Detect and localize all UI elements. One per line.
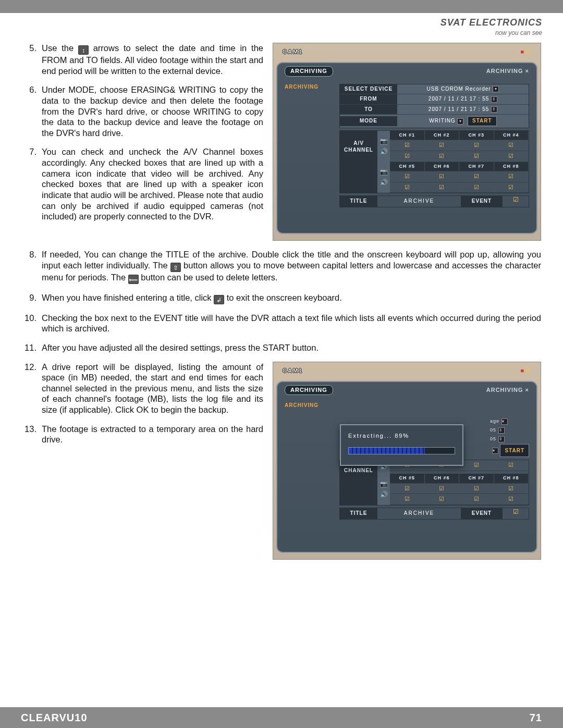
spinner-icon[interactable]: ⇕: [491, 106, 497, 113]
title-row: TITLE ARCHIVE EVENT ☑: [339, 195, 529, 207]
backspace-icon: ⟸: [128, 275, 139, 284]
checkbox[interactable]: ☑: [390, 494, 425, 504]
list-item: 7. You can check and uncheck the A/V Cha…: [22, 146, 263, 221]
checkbox[interactable]: ☑: [459, 460, 494, 471]
camera-icon: 📷: [377, 479, 390, 489]
list-item: 10. Checking the box next to the EVENT t…: [22, 313, 541, 334]
list-item: 6. Under MODE, choose ERASING& WRITING t…: [22, 84, 263, 138]
dropdown-icon[interactable]: ▾: [493, 86, 499, 92]
checkbox[interactable]: ☑: [494, 460, 529, 471]
list-item: 12. A drive report will be displayed, li…: [22, 362, 263, 415]
checkbox[interactable]: ☑: [459, 484, 494, 494]
checkbox[interactable]: ☑: [425, 151, 460, 162]
side-tab-archiving[interactable]: ARCHIVING: [285, 402, 319, 409]
checkbox[interactable]: ☑: [390, 182, 425, 193]
settings-grid: SELECT DEVICEUSB CDROM Recorder ▾ FROM20…: [339, 84, 529, 128]
panel-right-label: ARCHIVING: [486, 68, 529, 75]
instruction-list: 5. Use the ↕ arrows to select the date a…: [22, 43, 263, 222]
partial-labels: age▾ 05⇕ 05⇕ ▾ START: [490, 417, 529, 456]
checkbox[interactable]: ☑: [425, 182, 460, 193]
list-item: 13. The footage is extracted to a tempor…: [22, 424, 263, 445]
checkbox[interactable]: ☑: [425, 484, 460, 494]
checkbox[interactable]: ☑: [459, 140, 494, 151]
checkbox[interactable]: ☑: [494, 494, 529, 504]
panel-title-badge: ARCHIVING: [285, 66, 333, 77]
page-number: 71: [530, 712, 542, 724]
start-button[interactable]: START: [500, 444, 529, 457]
av-channel-grid: A/V CHANNEL 🔊 ☑☑☑☑ 📷🔊 CH #5CH #: [339, 460, 529, 505]
screenshot-archiving-progress: CAM1 C ARCHIVING ARCHIVING ARCHIVING age…: [273, 362, 541, 560]
checkbox[interactable]: ☑: [459, 494, 494, 504]
instruction-list: 12. A drive report will be displayed, li…: [22, 362, 263, 445]
checkbox[interactable]: ☑: [494, 151, 529, 162]
top-band: [0, 0, 563, 13]
model-label: CLEARVU10: [21, 712, 88, 724]
speaker-icon: 🔊: [377, 489, 390, 500]
checkbox[interactable]: ☑: [459, 171, 494, 182]
checkbox[interactable]: ☑: [459, 151, 494, 162]
list-item: 5. Use the ↕ arrows to select the date a…: [22, 43, 263, 76]
checkbox[interactable]: ☑: [494, 484, 529, 494]
panel-title-badge: ARCHIVING: [285, 385, 333, 396]
instruction-list: 8. If needed, You can change the TITLE o…: [22, 249, 541, 353]
checkbox[interactable]: ☑: [425, 494, 460, 504]
page-footer: CLEARVU10 71: [0, 707, 563, 728]
brand-tagline: now you can see: [0, 29, 563, 40]
checkbox[interactable]: ☑: [390, 151, 425, 162]
checkbox[interactable]: ☑: [390, 140, 425, 151]
speaker-icon: 🔊: [377, 177, 390, 188]
progress-bar: [348, 447, 455, 454]
brand-header: SVAT ELECTRONICS: [0, 13, 563, 29]
checkbox[interactable]: ☑: [390, 484, 425, 494]
dropdown-icon[interactable]: ▾: [457, 118, 463, 125]
spinner-icon[interactable]: ⇕: [491, 96, 497, 103]
shift-icon: ⇧: [170, 263, 181, 272]
list-item: 11. After you have adjusted all the desi…: [22, 342, 541, 353]
extracting-dialog: Extracting... 89%: [340, 424, 463, 466]
checkbox[interactable]: ☑: [425, 140, 460, 151]
archive-title-field[interactable]: ARCHIVE: [377, 196, 461, 207]
list-item: 8. If needed, You can change the TITLE o…: [22, 249, 541, 284]
checkbox[interactable]: ☑: [494, 140, 529, 151]
checkbox[interactable]: ☑: [459, 182, 494, 193]
extracting-text: Extracting... 89%: [348, 433, 455, 440]
updown-arrow-icon: ↕: [78, 45, 89, 55]
event-checkbox[interactable]: ☑: [503, 508, 529, 519]
rec-icon: C: [520, 367, 531, 375]
start-button[interactable]: START: [468, 116, 497, 126]
av-channel-grid: A/V CHANNEL 📷🔊 CH #1CH #2CH #3CH #4 ☑☑☑☑…: [339, 130, 529, 194]
checkbox[interactable]: ☑: [494, 182, 529, 193]
speaker-icon: 🔊: [377, 146, 390, 157]
cam-label: CAM1: [283, 48, 303, 56]
archive-title-field[interactable]: ARCHIVE: [377, 508, 461, 519]
checkbox[interactable]: ☑: [390, 171, 425, 182]
enter-icon: ↲: [214, 295, 224, 304]
camera-icon: 📷: [377, 136, 390, 146]
screenshot-archiving-setup: CAM1 C ARCHIVING ARCHIVING ARCHIVING SEL…: [273, 43, 541, 241]
checkbox[interactable]: ☑: [425, 171, 460, 182]
list-item: 9. When you have finished entering a tit…: [22, 292, 541, 304]
progress-fill: [349, 448, 425, 454]
side-tab-archiving[interactable]: ARCHIVING: [285, 84, 319, 91]
event-checkbox[interactable]: ☑: [503, 196, 529, 207]
panel-right-label: ARCHIVING: [486, 387, 529, 394]
content: 5. Use the ↕ arrows to select the date a…: [0, 43, 563, 627]
camera-icon: 📷: [377, 167, 390, 177]
av-channel-label: A/V CHANNEL: [340, 131, 377, 162]
checkbox[interactable]: ☑: [494, 171, 529, 182]
cam-label: CAM1: [283, 367, 303, 375]
rec-icon: C: [520, 48, 531, 56]
title-row: TITLE ARCHIVE EVENT ☑: [339, 508, 529, 520]
